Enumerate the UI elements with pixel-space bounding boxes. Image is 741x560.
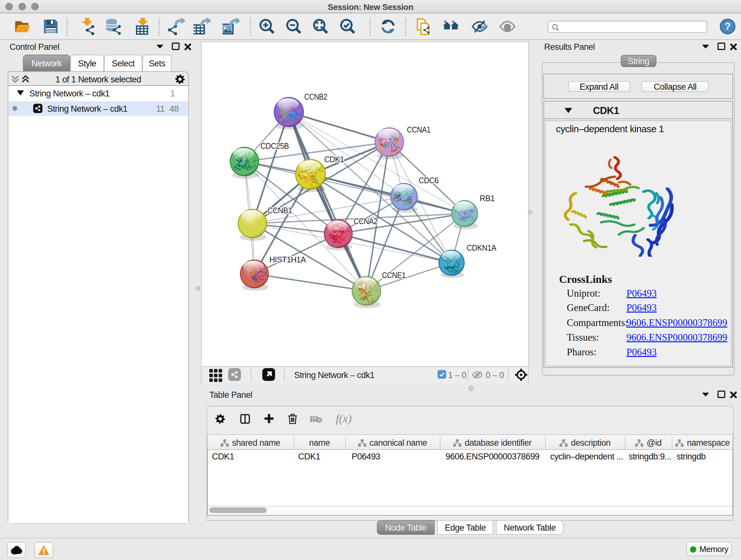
svg-text:CDC25B: CDC25B <box>260 141 289 151</box>
svg-text:CCNB1: CCNB1 <box>267 206 292 215</box>
svg-text:HIST1H1A: HIST1H1A <box>269 255 306 264</box>
svg-text:CCNA2: CCNA2 <box>354 216 378 226</box>
svg-text:CCNA1: CCNA1 <box>407 125 430 134</box>
svg-text:CDC6: CDC6 <box>419 176 439 185</box>
svg-text:CCNB2: CCNB2 <box>305 92 327 102</box>
svg-text:CDK1: CDK1 <box>324 154 344 164</box>
svg-text:?: ? <box>725 21 731 32</box>
svg-text:CCNE1: CCNE1 <box>382 270 406 280</box>
svg-text:RB1: RB1 <box>480 193 495 203</box>
svg-text:CDKN1A: CDKN1A <box>467 243 496 253</box>
